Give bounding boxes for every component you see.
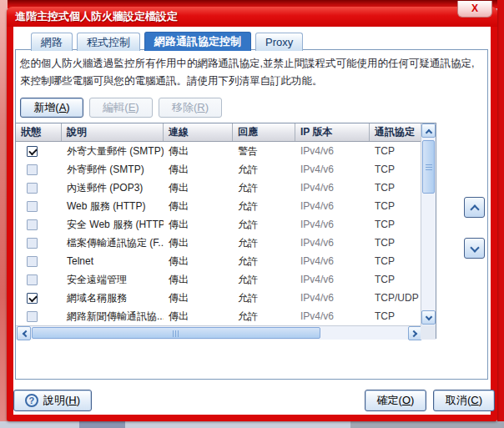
row-connection: 傳出 [164,197,233,215]
row-status-cell [16,215,62,234]
row-checkbox[interactable] [27,219,38,230]
row-description: 檔案傳輸通訊協定 (F... [62,234,164,252]
tab-bar: 網路 程式控制 網路通訊協定控制 Proxy [31,32,303,51]
row-description: 網域名稱服務 [62,289,164,307]
move-row-down-button[interactable] [464,238,485,259]
vertical-scrollbar[interactable] [421,123,436,325]
scrollbar-grip-icon [173,330,180,337]
background-right-window-edge [497,0,504,421]
edit-button-label-suffix: ) [135,101,139,113]
row-protocol: TCP [370,197,421,215]
scroll-left-button[interactable] [17,326,31,340]
row-ip-version: IPv4/v6 [295,289,370,307]
chevron-up-icon [425,128,431,135]
row-checkbox[interactable] [27,201,38,212]
scrollbar-corner [421,325,436,340]
remove-button-label: 移除( [172,101,197,113]
dialog-content: 網路 程式控制 網路通訊協定控制 Proxy 您的個人防火牆透過監控所有作用中的… [13,27,491,415]
add-button-label-suffix: ) [66,101,69,113]
row-checkbox[interactable] [27,164,38,175]
table-row[interactable]: 檔案傳輸通訊協定 (F... 傳出 允許 IPv4/v6 TCP [16,234,421,252]
help-question-icon: ? [25,394,38,407]
edit-button[interactable]: 編輯(E) [89,98,153,118]
row-connection: 傳出 [164,307,233,325]
row-checkbox[interactable] [27,256,38,267]
table-row[interactable]: Web 服務 (HTTP) 傳出 允許 IPv4/v6 TCP [16,197,421,215]
row-checkbox[interactable] [27,238,38,249]
row-checkbox[interactable] [27,183,38,194]
row-status-cell [16,160,62,179]
cancel-button[interactable]: 取消(C) [433,390,495,411]
row-checkbox[interactable] [27,293,38,304]
row-description: 外寄大量郵件 (SMTP) [62,142,164,160]
row-connection: 傳出 [164,179,233,197]
chevron-down-icon [425,313,431,320]
tab-network[interactable]: 網路 [31,33,73,51]
row-response: 警告 [233,142,295,160]
table-row[interactable]: 內送郵件 (POP3) 傳出 允許 IPv4/v6 TCP [16,179,421,197]
add-button-label: 新增( [33,101,58,113]
row-description: Web 服務 (HTTP) [62,197,164,215]
table-row[interactable]: 安全遠端管理 傳出 允許 IPv4/v6 TCP [16,270,421,289]
row-checkbox[interactable] [27,274,38,285]
header-connection[interactable]: 連線 [164,123,233,141]
edit-button-label: 編輯( [103,101,128,113]
header-status[interactable]: 狀態 [16,123,62,141]
table-row[interactable]: 安全 Web 服務 (HTTPS) 傳出 允許 IPv4/v6 TCP [16,215,421,234]
description-line-2: 來控制哪些電腦可與您的電腦通訊。請使用下列清單自訂此功能。 [20,74,323,88]
move-row-up-button[interactable] [464,197,485,218]
row-protocol: TCP [370,142,421,160]
row-description: 外寄郵件 (SMTP) [62,160,164,179]
remove-button[interactable]: 移除(R) [159,98,222,118]
scroll-up-button[interactable] [421,123,436,138]
row-protocol: TCP [370,234,421,252]
dialog-title: 進階主控式個人防火牆設定檔設定 [15,10,178,23]
table-header-row: 狀態 說明 連線 回應 IP 版本 通訊協定 [16,123,421,142]
table-row[interactable]: 網域名稱服務 傳出 允許 IPv4/v6 TCP/UDP [16,289,421,307]
row-description: Telnet [62,252,164,270]
row-connection: 傳出 [164,234,233,252]
row-checkbox[interactable] [27,311,38,322]
header-description[interactable]: 說明 [62,123,164,141]
row-protocol: TCP [370,179,421,197]
horizontal-scrollbar-thumb[interactable] [32,327,320,339]
dialog-titlebar[interactable]: 進階主控式個人防火牆設定檔設定 [7,7,497,27]
table-row[interactable]: 外寄大量郵件 (SMTP) 傳出 警告 IPv4/v6 TCP [16,142,421,160]
table-row[interactable]: 網路新聞傳輸通訊協... 傳出 允許 IPv4/v6 TCP [16,307,421,325]
row-ip-version: IPv4/v6 [295,160,370,179]
background-bottom-segment [79,421,125,428]
row-response: 允許 [233,307,295,325]
close-button[interactable]: X [457,1,492,18]
table-row[interactable]: 外寄郵件 (SMTP) 傳出 允許 IPv4/v6 TCP [16,160,421,179]
row-ip-version: IPv4/v6 [295,179,370,197]
row-description: 安全遠端管理 [62,270,164,289]
header-protocol[interactable]: 通訊協定 [370,123,421,141]
header-ip-version[interactable]: IP 版本 [295,123,370,141]
row-response: 允許 [233,252,295,270]
row-checkbox[interactable] [27,146,38,157]
scrollbar-grip-icon [426,164,432,171]
row-description: 網路新聞傳輸通訊協... [62,307,164,325]
scroll-down-button[interactable] [421,310,436,325]
tab-program-control[interactable]: 程式控制 [77,33,140,51]
row-response: 允許 [233,197,295,215]
row-status-cell [16,252,62,270]
row-status-cell [16,197,62,215]
ok-button[interactable]: 確定(O) [365,390,426,411]
horizontal-scrollbar[interactable] [16,325,422,340]
vertical-scrollbar-thumb[interactable] [422,140,435,194]
tab-network-protocol-control[interactable]: 網路通訊協定控制 [144,32,251,51]
row-ip-version: IPv4/v6 [295,142,370,160]
chevron-right-icon [410,330,416,336]
table-row[interactable]: Telnet 傳出 允許 IPv4/v6 TCP [16,252,421,270]
header-response[interactable]: 回應 [233,123,295,141]
row-response: 允許 [233,270,295,289]
tab-proxy[interactable]: Proxy [255,33,303,51]
row-connection: 傳出 [164,215,233,234]
row-ip-version: IPv4/v6 [295,197,370,215]
row-connection: 傳出 [164,142,233,160]
add-button[interactable]: 新增(A) [20,98,83,118]
protocol-table: 狀態 說明 連線 回應 IP 版本 通訊協定 外寄大量郵件 (SMTP) 傳出 … [15,123,436,339]
row-connection: 傳出 [164,270,233,289]
help-button[interactable]: ? 說明(H) [13,390,92,411]
